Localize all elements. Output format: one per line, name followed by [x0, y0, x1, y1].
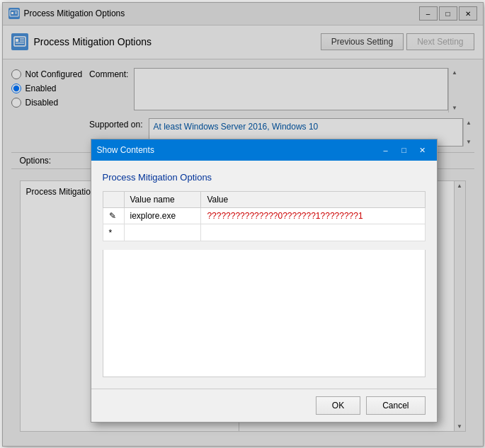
contents-table: Value name Value ✎ iexplore.exe ????????… — [103, 191, 426, 241]
dialog-content: Process Mitigation Options Value name Va… — [91, 161, 437, 389]
table-header-value-name: Value name — [124, 192, 201, 208]
dialog-overlay: Show Contents – □ ✕ Process Mitigation O… — [3, 3, 483, 446]
row-edit-indicator: ✎ — [103, 208, 124, 224]
dialog-footer: OK Cancel — [91, 389, 437, 422]
table-filler-area — [103, 250, 426, 377]
table-header-value: Value — [201, 192, 425, 208]
empty-row-name[interactable] — [124, 224, 201, 241]
ok-button[interactable]: OK — [316, 396, 360, 415]
row-value[interactable]: ???????????????0???????1????????1 — [201, 208, 425, 224]
row-value-name[interactable]: iexplore.exe — [124, 208, 201, 224]
cancel-button[interactable]: Cancel — [366, 396, 425, 415]
table-empty-row[interactable]: * — [103, 224, 425, 241]
empty-row-indicator: * — [103, 224, 124, 241]
dialog-close-button[interactable]: ✕ — [414, 144, 431, 156]
dialog-title: Show Contents — [97, 145, 154, 155]
table-header-indicator — [103, 192, 124, 208]
main-window: Process Mitigation Options – □ ✕ Process… — [2, 2, 484, 447]
table-header-row: Value name Value — [103, 192, 425, 208]
dialog-title-bar: Show Contents – □ ✕ — [91, 139, 437, 161]
dialog-minimize-button[interactable]: – — [377, 144, 394, 156]
empty-row-value[interactable] — [201, 224, 425, 241]
table-row[interactable]: ✎ iexplore.exe ???????????????0???????1?… — [103, 208, 425, 224]
dialog-controls: – □ ✕ — [377, 144, 431, 156]
dialog-section-title: Process Mitigation Options — [103, 172, 426, 183]
show-contents-dialog: Show Contents – □ ✕ Process Mitigation O… — [91, 139, 438, 423]
dialog-maximize-button[interactable]: □ — [396, 144, 413, 156]
